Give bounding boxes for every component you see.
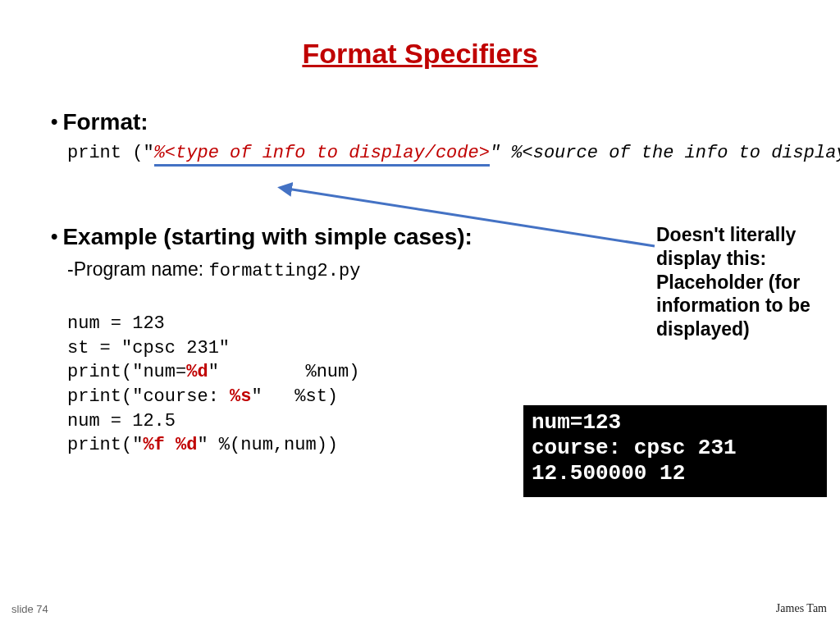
code-l6c: " %(num,num)) xyxy=(197,435,338,455)
slide-number: slide 74 xyxy=(11,603,48,615)
term-l3: 12.500000 12 xyxy=(532,461,685,486)
code-l6b: %f %d xyxy=(143,435,197,455)
code-l4a: print("course: xyxy=(67,386,230,407)
fmt-source: source of the info to display xyxy=(533,143,840,163)
author-name: James Tam xyxy=(776,602,827,615)
code-l2: st = "cpsc 231" xyxy=(67,338,230,358)
program-name-line: -Program name: formatting2.py xyxy=(67,258,360,281)
program-name-file: formatting2.py xyxy=(209,261,361,281)
format-syntax: print ("%<type of info to display/code>"… xyxy=(67,142,756,165)
code-l1: num = 123 xyxy=(67,313,165,334)
code-l3c: " %num) xyxy=(208,362,360,382)
fmt-pre: print (" xyxy=(67,143,154,163)
fmt-placeholder: %<type of info to display/code> xyxy=(154,143,490,167)
bullet-icon: • xyxy=(51,110,57,132)
code-block: num = 123 st = "cpsc 231" print("num=%d"… xyxy=(67,312,359,458)
annotation-callout: Doesn't literally display this: Placehol… xyxy=(656,223,820,341)
heading-example-text: Example (starting with simple cases): xyxy=(62,224,472,249)
slide-title: Format Specifiers xyxy=(0,38,840,70)
slide: Format Specifiers •Format: print ("%<typ… xyxy=(0,0,840,630)
code-l4c: " %st) xyxy=(251,386,338,407)
code-l3a: print("num= xyxy=(67,362,186,382)
bullet-icon: • xyxy=(51,225,57,247)
heading-format: •Format: xyxy=(51,109,148,135)
code-l4b: %s xyxy=(230,386,251,407)
heading-format-text: Format: xyxy=(62,109,148,135)
heading-example: •Example (starting with simple cases): xyxy=(51,224,472,250)
fmt-mid: " %< xyxy=(490,143,533,163)
code-l5: num = 12.5 xyxy=(67,411,176,431)
code-l3b: %d xyxy=(186,362,208,382)
terminal-output: num=123 course: cpsc 231 12.500000 12 xyxy=(523,405,827,497)
term-l2: course: cpsc 231 xyxy=(532,436,737,460)
code-l6a: print(" xyxy=(67,435,143,455)
term-l1: num=123 xyxy=(532,410,621,435)
program-name-prefix: -Program name: xyxy=(67,258,209,280)
